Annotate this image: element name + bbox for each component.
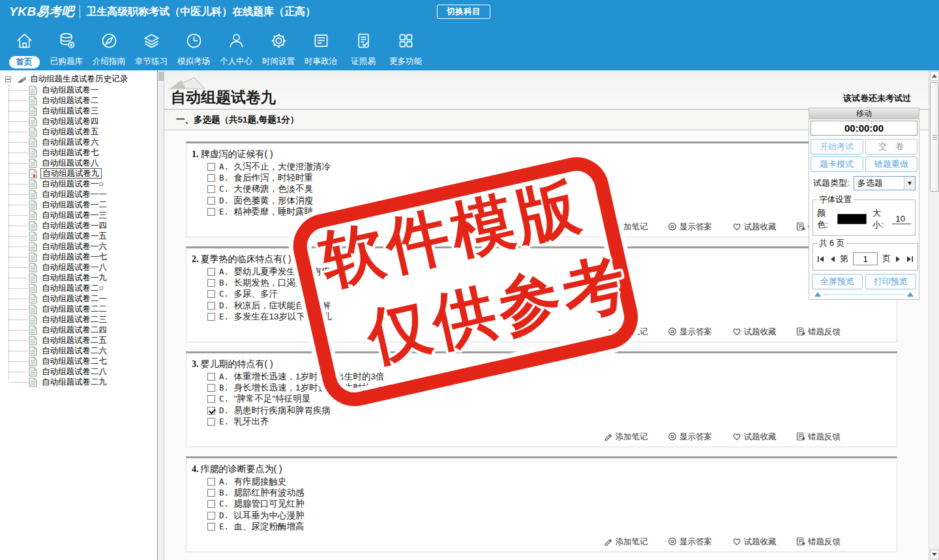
option-row[interactable]: D. 秋凉后，症状能自行缓解 [190,300,889,311]
wrong-feedback-button[interactable]: 错题反馈 [796,537,841,546]
tree-item[interactable]: 自动组题试卷二八 [0,366,157,377]
toolbar-item-current-affairs[interactable]: 时事政治 [302,23,340,70]
option-checkbox[interactable] [207,395,215,403]
scrollbar-up-button[interactable] [930,71,939,81]
scroll-up-arrow-icon[interactable] [907,292,914,297]
tree-item[interactable]: 自动组题试卷二二 [0,304,157,314]
scroll-up-arrow-icon[interactable] [814,292,821,297]
show-answer-button[interactable]: 显示答案 [668,537,712,546]
tree-item[interactable]: 自动组题试卷一七 [0,252,157,262]
tree-item[interactable]: 自动组题试卷九 [0,168,157,179]
start-exam-button[interactable]: 开始考试 [811,139,863,155]
option-checkbox[interactable] [207,489,215,497]
option-row[interactable]: A. 婴幼儿夏季发生的特有疾病 [190,266,889,277]
tree-item[interactable]: 自动组题试卷二五 [0,335,157,346]
option-checkbox[interactable] [207,290,215,298]
tree-item[interactable]: 自动组题试卷七 [0,147,157,158]
show-answer-button[interactable]: 显示答案 [668,327,712,336]
option-row[interactable]: A. 有痄腮接触史 [190,476,889,487]
favorite-button[interactable]: 试题收藏 [732,537,777,546]
add-note-button[interactable]: 添加笔记 [604,537,648,546]
toolbar-item-mock-exam[interactable]: 模拟考场 [175,23,213,70]
option-row[interactable]: B. 食后作泻，时轻时重 [190,172,889,183]
tree-item[interactable]: 自动组题试卷二九 [0,377,157,387]
prev-page-button[interactable] [829,256,835,263]
favorite-button[interactable]: 试题收藏 [732,432,777,441]
option-checkbox[interactable] [207,407,215,415]
toolbar-item-intro-guide[interactable]: 介绍指南 [90,23,128,70]
option-row[interactable]: E. 乳牙出齐 [190,416,889,427]
option-checkbox[interactable] [207,313,215,321]
tree-item[interactable]: 自动组题试卷一六 [0,241,157,252]
show-answer-button[interactable]: 显示答案 [668,222,712,231]
scrollbar-down-button[interactable] [930,550,939,559]
scrollbar-thumb[interactable] [930,82,939,192]
vertical-scrollbar[interactable] [929,70,939,560]
switch-subject-button[interactable]: 切换科目 [437,5,490,19]
option-row[interactable]: A. 久泻不止，大便澄澈清冷 [190,161,889,172]
panel-drag-handle[interactable]: 移动 [809,108,919,119]
tree-item[interactable]: 自动组题试卷三 [0,106,157,116]
option-row[interactable]: E. 多发生在13岁以下婴幼儿 [190,311,889,322]
wrong-feedback-button[interactable]: 错题反馈 [796,327,841,336]
option-row[interactable]: E. 血、尿淀粉酶增高 [190,521,889,532]
tree-item[interactable]: 自动组题试卷二 [0,95,157,106]
option-checkbox[interactable] [207,208,215,216]
tree-item[interactable]: 自动组题试卷一四 [0,220,157,231]
page-number-input[interactable] [853,252,878,265]
print-preview-button[interactable]: 打印预览 [865,274,916,289]
tree-collapse-icon[interactable] [5,76,11,82]
option-checkbox[interactable] [207,185,215,193]
favorite-button[interactable]: 试题收藏 [732,222,777,231]
show-answer-button[interactable]: 显示答案 [668,432,712,441]
fullscreen-preview-button[interactable]: 全屏预览 [812,274,863,289]
option-row[interactable]: C. 腮腺管口可见红肿 [190,498,889,509]
add-note-button[interactable]: 添加笔记 [604,222,648,231]
option-row[interactable]: D. 易患时行疾病和脾胃疾病 [190,405,889,416]
option-checkbox[interactable] [207,384,215,392]
answer-card-mode-button[interactable]: 题卡模式 [811,156,863,172]
tree-item[interactable]: 自动组题试卷一二 [0,199,157,210]
tree-root-node[interactable]: 自动组题生成试卷历史记录 [0,73,157,85]
tree-item[interactable]: 自动组题试卷六 [0,137,157,147]
toolbar-item-home[interactable]: 首页 [5,23,43,70]
tree-item[interactable]: 自动组题试卷一九 [0,273,157,283]
option-row[interactable]: C. "脾常不足"特征明显 [190,393,889,404]
tree-item[interactable]: 自动组题试卷二四 [0,325,157,335]
font-color-swatch[interactable] [837,214,867,224]
tree-item[interactable]: 自动组题试卷一八 [0,262,157,273]
redo-wrong-button[interactable]: 错题重做 [865,156,918,172]
tree-item[interactable]: 自动组题试卷五 [0,126,157,137]
option-checkbox[interactable] [207,174,215,182]
add-note-button[interactable]: 添加笔记 [604,432,648,441]
wrong-feedback-button[interactable]: 错题反馈 [796,432,841,441]
last-page-button[interactable] [906,256,914,263]
option-row[interactable]: C. 多尿、多汗 [190,288,889,299]
option-checkbox[interactable] [207,279,215,287]
option-row[interactable]: D. 以耳垂为中心漫肿 [190,510,889,521]
option-row[interactable]: D. 面色萎黄，形体消瘦 [190,195,889,206]
first-page-button[interactable] [817,256,825,263]
favorite-button[interactable]: 试题收藏 [732,327,777,336]
option-checkbox[interactable] [207,268,215,276]
option-row[interactable]: E. 精神委靡，睡时露睛 [190,206,889,217]
option-row[interactable]: A. 体重增长迅速，1岁时达到出生时的3倍 [190,371,889,382]
option-checkbox[interactable] [207,512,215,520]
tree-item[interactable]: 自动组题试卷二七 [0,356,157,366]
tree-item[interactable]: 自动组题试卷一○ [0,179,157,189]
option-checkbox[interactable] [207,302,215,310]
tree-item[interactable]: 自动组题试卷二三 [0,314,157,325]
option-row[interactable]: B. 腮部红肿有波动感 [190,487,889,498]
question-type-select[interactable]: 多选题 ▼ [854,176,916,190]
splitter-handle[interactable] [158,72,164,81]
toolbar-item-user-center[interactable]: 个人中心 [217,23,255,70]
option-checkbox[interactable] [207,500,215,508]
option-checkbox[interactable] [207,373,215,381]
option-checkbox[interactable] [207,163,215,171]
tree-item[interactable]: 自动组题试卷一五 [0,231,157,241]
tree-item[interactable]: 自动组题试卷八 [0,158,157,168]
toolbar-item-more[interactable]: 更多功能 [387,23,425,70]
option-checkbox[interactable] [207,197,215,205]
toolbar-item-license[interactable]: 证照易 [344,23,382,70]
option-checkbox[interactable] [207,478,215,486]
